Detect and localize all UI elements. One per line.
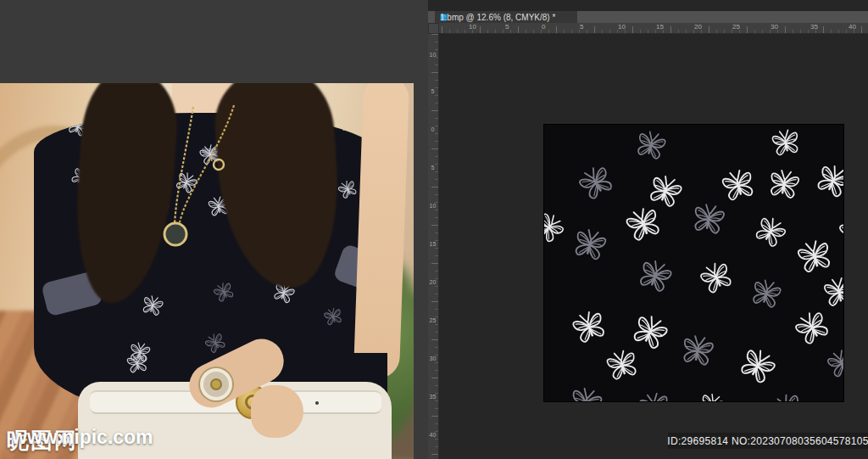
pattern-butterfly-icon	[566, 221, 614, 268]
pattern-butterfly-icon	[565, 302, 615, 352]
gold-necklace	[127, 98, 280, 268]
vertical-ruler-label: 10	[429, 53, 437, 58]
horizontal-ruler-label: 25	[732, 23, 740, 31]
pattern-butterfly-icon	[570, 156, 623, 210]
pattern-butterfly-icon	[641, 166, 691, 216]
product-photo: 昵图网 www.nipic.com	[0, 83, 414, 459]
horizontal-ruler-label: 10	[618, 23, 626, 31]
document-canvas[interactable]	[544, 125, 843, 401]
pattern-butterfly-icon	[599, 342, 645, 388]
pattern-butterfly-icon	[693, 386, 732, 401]
blouse-butterfly-icon	[333, 175, 363, 204]
horizontal-ruler-label: 40	[849, 23, 856, 31]
pattern-butterfly-icon	[818, 271, 843, 314]
nipic-watermark: 昵图网 www.nipic.com	[7, 426, 346, 455]
pattern-butterfly-icon	[633, 386, 676, 401]
horizontal-ruler-label: 15	[656, 23, 664, 31]
pattern-butterfly-icon	[763, 163, 806, 206]
vertical-ruler-label: 30	[429, 356, 437, 361]
window-top-strip	[428, 0, 868, 11]
pattern-butterfly-icon	[631, 251, 681, 301]
vertical-ruler-label: 5	[429, 89, 437, 94]
watch-face	[210, 378, 222, 390]
vertical-ruler-label: 20	[429, 280, 437, 285]
blouse-butterfly-icon	[125, 338, 155, 367]
pattern-butterfly-icon	[623, 305, 677, 359]
wrist-watch	[200, 368, 232, 400]
pattern-butterfly-icon	[629, 125, 672, 167]
pattern-butterfly-icon	[786, 301, 839, 355]
horizontal-ruler-label: 20	[694, 23, 702, 31]
horizontal-ruler-label: 0	[542, 23, 545, 31]
vertical-ruler-label: 40	[429, 433, 437, 438]
vertical-ruler-label: 10	[429, 204, 437, 209]
pattern-butterfly-icon	[766, 125, 805, 162]
vertical-ruler-label: 35	[429, 395, 437, 400]
pattern-butterfly-icon	[686, 196, 731, 241]
document-tab[interactable]: 1.bmp @ 12.6% (8, CMYK/8) *	[435, 11, 577, 23]
stock-id-text: ID:29695814 NO:20230708035604578105	[667, 435, 868, 447]
pattern-butterfly-icon	[746, 207, 794, 255]
document-tabbar: 1.bmp @ 12.6% (8, CMYK/8) *	[428, 11, 868, 23]
vertical-ruler-label: 15	[429, 242, 437, 247]
pattern-butterfly-icon	[790, 232, 840, 282]
blouse-butterfly-icon	[337, 113, 363, 137]
document-tab-title: 1.bmp @ 12.6% (8, CMYK/8) *	[440, 13, 555, 22]
horizontal-ruler-label: 35	[810, 23, 818, 31]
horizontal-ruler-label: 10	[469, 23, 476, 31]
vertical-ruler-label: 0	[429, 127, 437, 132]
pattern-butterfly-icon	[831, 204, 843, 254]
blouse-butterfly-icon	[123, 349, 153, 378]
screenshot-root: 昵图网 www.nipic.com 1.bmp @ 12.6% (8, CMYK…	[0, 0, 868, 459]
horizontal-ruler[interactable]: 1050510152025303540	[439, 23, 868, 34]
horizontal-ruler-label: 30	[771, 23, 778, 31]
ruler-corner[interactable]	[428, 23, 439, 34]
pattern-butterfly-icon	[807, 154, 843, 206]
pattern-butterfly-icon	[744, 271, 787, 315]
stock-id-bar: ID:29695814 NO:20230708035604578105	[668, 433, 868, 449]
belt-hole	[315, 401, 319, 405]
pattern-butterfly-icon	[562, 379, 609, 401]
pattern-butterfly-icon	[544, 204, 573, 251]
horizontal-ruler-label: 5	[505, 23, 509, 31]
pattern-butterfly-icon	[617, 198, 670, 250]
blouse-butterfly-icon	[208, 276, 239, 307]
canvas-area[interactable]	[439, 34, 868, 459]
vertical-ruler[interactable]: 1050510152025303540	[428, 34, 439, 459]
blouse-butterfly-icon	[137, 290, 169, 322]
preview-pane: 昵图网 www.nipic.com	[0, 0, 428, 459]
nipic-url-text: www.nipic.com	[12, 426, 153, 449]
pattern-butterfly-icon	[715, 161, 762, 209]
vertical-ruler-label: 5	[429, 165, 437, 171]
vertical-ruler-label: 25	[429, 318, 437, 323]
pattern-butterfly-icon	[763, 384, 812, 401]
pattern-butterfly-icon	[692, 253, 741, 302]
pattern-butterfly-icon	[820, 341, 843, 384]
pattern-butterfly-icon	[730, 338, 786, 394]
horizontal-ruler-label: 5	[580, 23, 583, 31]
blouse-butterfly-icon	[320, 303, 347, 330]
photoshop-window: 1.bmp @ 12.6% (8, CMYK/8) * 105051015202…	[428, 0, 868, 459]
pattern-butterfly-icon	[675, 327, 720, 372]
